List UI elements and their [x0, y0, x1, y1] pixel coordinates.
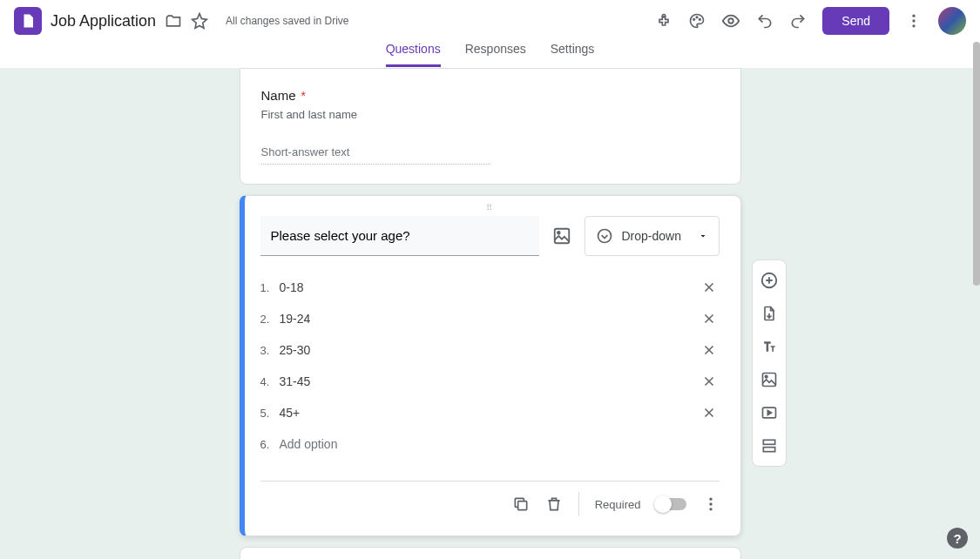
dropdown-options-list: 1. 0-18 2. 19-24 3. 25-30 4. 31-45: [260, 272, 720, 460]
remove-option-icon[interactable]: [699, 280, 720, 295]
addons-icon[interactable]: [655, 12, 672, 30]
option-number: 4.: [260, 375, 280, 388]
question-more-icon[interactable]: [702, 495, 720, 513]
option-value[interactable]: 25-30: [280, 343, 699, 357]
option-row[interactable]: 4. 31-45: [260, 366, 720, 397]
question-editor-row: Drop-down: [260, 216, 720, 256]
svg-point-10: [598, 230, 611, 243]
help-icon[interactable]: ?: [947, 528, 968, 549]
save-status: All changes saved in Drive: [226, 15, 348, 27]
option-row[interactable]: 3. 25-30: [260, 334, 720, 366]
dropdown-type-icon: [596, 227, 613, 245]
add-section-icon[interactable]: [756, 433, 782, 459]
svg-point-7: [912, 24, 915, 27]
required-label: Required: [595, 498, 641, 511]
account-avatar[interactable]: [938, 7, 966, 35]
add-image-icon[interactable]: [551, 226, 572, 246]
drag-handle-icon[interactable]: ⠿: [260, 203, 720, 212]
option-row[interactable]: 5. 45+: [260, 397, 720, 428]
option-value[interactable]: 19-24: [280, 312, 699, 326]
svg-rect-19: [763, 440, 774, 444]
add-question-icon[interactable]: [756, 267, 782, 293]
import-questions-icon[interactable]: [756, 300, 782, 327]
svg-rect-8: [554, 229, 569, 244]
tabs-bar: Questions Responses Settings: [0, 42, 980, 68]
required-toggle[interactable]: [657, 498, 686, 510]
option-number: 1.: [260, 281, 280, 294]
question-title: Name: [261, 88, 296, 103]
remove-option-icon[interactable]: [699, 342, 720, 358]
option-value[interactable]: 0-18: [280, 280, 699, 294]
forms-logo-icon[interactable]: [14, 7, 42, 35]
question-card-email[interactable]: Email * Short-answer text: [240, 547, 741, 559]
question-card-age[interactable]: ⠿ Drop-down 1. 0-18: [240, 195, 741, 536]
remove-option-icon[interactable]: [699, 374, 720, 389]
option-number: 6.: [260, 438, 280, 451]
question-footer: Required: [260, 481, 720, 516]
question-card-name[interactable]: Name * First and last name Short-answer …: [240, 68, 741, 185]
option-number: 3.: [260, 344, 280, 357]
question-type-label: Drop-down: [622, 229, 681, 243]
tab-settings[interactable]: Settings: [551, 42, 595, 67]
short-answer-placeholder: Short-answer text: [261, 145, 490, 165]
add-option-row[interactable]: 6. Add option: [260, 428, 720, 460]
option-row[interactable]: 1. 0-18: [260, 272, 720, 303]
question-type-selector[interactable]: Drop-down: [585, 216, 720, 256]
svg-point-12: [709, 498, 712, 501]
tab-responses[interactable]: Responses: [465, 42, 526, 67]
add-option-label[interactable]: Add option: [280, 437, 720, 451]
svg-rect-20: [763, 448, 774, 452]
svg-point-14: [709, 508, 712, 510]
svg-rect-11: [517, 502, 526, 510]
delete-icon[interactable]: [545, 495, 563, 513]
header-left: Job Application All changes saved in Dri…: [14, 7, 349, 35]
duplicate-icon[interactable]: [512, 495, 530, 513]
question-title-input[interactable]: [260, 216, 539, 256]
svg-rect-16: [762, 374, 775, 387]
option-number: 2.: [260, 313, 280, 326]
svg-point-13: [709, 502, 712, 505]
option-value[interactable]: 31-45: [280, 374, 699, 388]
add-video-icon[interactable]: [756, 400, 782, 426]
header-right: Send: [655, 7, 966, 35]
palette-icon[interactable]: [688, 12, 706, 30]
tab-questions[interactable]: Questions: [386, 42, 441, 67]
svg-point-9: [557, 232, 559, 234]
remove-option-icon[interactable]: [699, 311, 720, 327]
option-row[interactable]: 2. 19-24: [260, 303, 720, 334]
add-title-icon[interactable]: [756, 333, 782, 360]
option-value[interactable]: 45+: [280, 406, 699, 420]
svg-point-5: [912, 15, 915, 17]
preview-icon[interactable]: [721, 11, 740, 30]
remove-option-icon[interactable]: [699, 405, 720, 421]
star-icon[interactable]: [191, 12, 208, 30]
form-title[interactable]: Job Application: [51, 12, 156, 30]
add-image-toolbar-icon[interactable]: [756, 367, 782, 393]
svg-point-1: [693, 19, 695, 21]
question-description: First and last name: [261, 108, 720, 121]
workspace: Name * First and last name Short-answer …: [0, 68, 980, 559]
scrollbar-thumb[interactable]: [973, 42, 980, 286]
floating-toolbar: [752, 259, 787, 467]
more-icon[interactable]: [905, 12, 923, 30]
app-header: Job Application All changes saved in Dri…: [0, 0, 980, 42]
move-folder-icon[interactable]: [165, 12, 182, 30]
redo-icon[interactable]: [789, 12, 807, 30]
svg-point-3: [700, 19, 701, 21]
svg-point-2: [696, 17, 698, 18]
chevron-down-icon: [698, 231, 708, 241]
svg-point-6: [912, 19, 915, 22]
question-title-row: Name *: [261, 88, 720, 103]
form-canvas: Name * First and last name Short-answer …: [240, 68, 741, 559]
svg-point-17: [765, 375, 767, 378]
send-button[interactable]: Send: [822, 7, 889, 35]
svg-point-4: [729, 18, 734, 24]
undo-icon[interactable]: [756, 12, 774, 30]
separator: [578, 492, 579, 516]
required-asterisk: *: [301, 89, 305, 103]
option-number: 5.: [260, 407, 280, 420]
